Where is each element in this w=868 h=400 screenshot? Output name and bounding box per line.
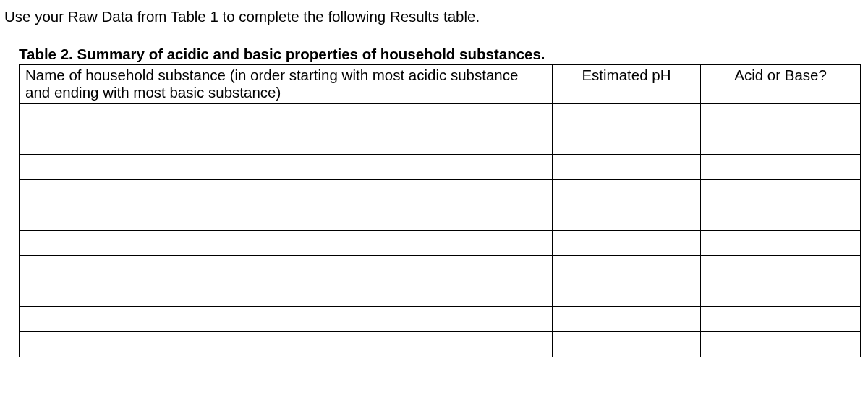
table-row (20, 103, 861, 129)
table-header-row: Name of household substance (in order st… (20, 64, 861, 103)
cell-ph[interactable] (552, 205, 700, 230)
table-row (20, 179, 861, 205)
results-table: Name of household substance (in order st… (19, 64, 861, 357)
cell-substance[interactable] (20, 103, 553, 129)
table-row (20, 255, 861, 281)
cell-acid-base[interactable] (701, 281, 861, 306)
cell-acid-base[interactable] (701, 179, 861, 205)
cell-acid-base[interactable] (701, 205, 861, 230)
cell-substance[interactable] (20, 306, 553, 331)
table-row (20, 205, 861, 230)
cell-ph[interactable] (552, 281, 700, 306)
cell-acid-base[interactable] (701, 255, 861, 281)
table-body (20, 103, 861, 357)
cell-ph[interactable] (552, 129, 700, 154)
header-substance: Name of household substance (in order st… (20, 64, 553, 103)
cell-substance[interactable] (20, 179, 553, 205)
cell-acid-base[interactable] (701, 230, 861, 255)
header-acid-or-base: Acid or Base? (701, 64, 861, 103)
cell-ph[interactable] (552, 306, 700, 331)
cell-substance[interactable] (20, 205, 553, 230)
table-row (20, 306, 861, 331)
cell-acid-base[interactable] (701, 306, 861, 331)
cell-ph[interactable] (552, 230, 700, 255)
cell-acid-base[interactable] (701, 129, 861, 154)
cell-substance[interactable] (20, 230, 553, 255)
cell-substance[interactable] (20, 154, 553, 179)
cell-ph[interactable] (552, 154, 700, 179)
cell-acid-base[interactable] (701, 154, 861, 179)
table-row (20, 281, 861, 306)
cell-substance[interactable] (20, 281, 553, 306)
cell-ph[interactable] (552, 179, 700, 205)
cell-substance[interactable] (20, 331, 553, 357)
cell-substance[interactable] (20, 129, 553, 154)
worksheet-page: Use your Raw Data from Table 1 to comple… (0, 0, 868, 400)
cell-ph[interactable] (552, 103, 700, 129)
table-caption: Table 2. Summary of acidic and basic pro… (19, 46, 854, 63)
table-row (20, 331, 861, 357)
cell-acid-base[interactable] (701, 103, 861, 129)
table-row (20, 129, 861, 154)
cell-acid-base[interactable] (701, 331, 861, 357)
cell-substance[interactable] (20, 255, 553, 281)
table-row (20, 154, 861, 179)
header-estimated-ph: Estimated pH (552, 64, 700, 103)
cell-ph[interactable] (552, 331, 700, 357)
table-row (20, 230, 861, 255)
cell-ph[interactable] (552, 255, 700, 281)
instruction-text: Use your Raw Data from Table 1 to comple… (4, 7, 854, 27)
